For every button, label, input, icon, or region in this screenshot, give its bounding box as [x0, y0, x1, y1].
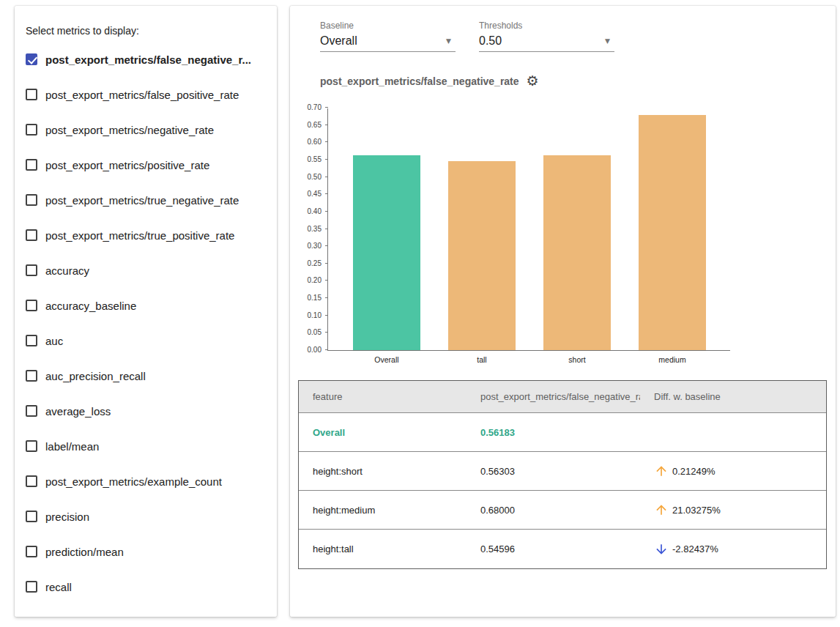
metric-checkbox[interactable] — [26, 229, 37, 241]
thresholds-dropdown-label: Thresholds — [479, 21, 614, 31]
baseline-dropdown-label: Baseline — [320, 21, 456, 31]
y-axis-tick-label: 0.50 — [288, 173, 321, 182]
y-axis-tick-mark — [325, 245, 328, 246]
table-header-feature: feature — [299, 391, 467, 402]
metric-item[interactable]: recall — [15, 569, 277, 604]
metric-value-cell: 0.54596 — [467, 543, 640, 554]
y-axis-tick-label: 0.05 — [288, 328, 321, 337]
metric-checkbox[interactable] — [26, 300, 37, 311]
arrow-down-icon — [654, 542, 669, 557]
y-axis-tick-mark — [325, 177, 328, 177]
metric-checkbox[interactable] — [26, 159, 37, 171]
y-axis-tick-mark — [325, 263, 328, 264]
x-axis-label: tall — [448, 355, 516, 364]
thresholds-dropdown[interactable]: Thresholds 0.50 ▼ — [479, 21, 614, 52]
metric-checkbox[interactable] — [26, 370, 37, 382]
y-axis-tick-mark — [325, 297, 328, 298]
feature-cell: height:tall — [299, 543, 467, 554]
metric-label: recall — [45, 581, 72, 593]
metric-item[interactable]: precision — [15, 499, 277, 534]
y-axis-tick-label: 0.45 — [288, 190, 321, 199]
table-row[interactable]: height:short0.563030.21249% — [299, 452, 826, 491]
metric-item[interactable]: accuracy_baseline — [15, 288, 277, 323]
metric-item[interactable]: post_export_metrics/positive_rate — [15, 147, 277, 182]
y-axis-tick-mark — [325, 315, 328, 316]
metric-label: average_loss — [45, 405, 111, 418]
chart-bar[interactable] — [639, 115, 706, 351]
table-row[interactable]: height:tall0.54596-2.82437% — [299, 530, 826, 568]
metric-item[interactable]: accuracy — [15, 253, 277, 288]
metric-label: post_export_metrics/example_count — [45, 475, 222, 488]
gear-icon[interactable]: ⚙ — [527, 74, 539, 88]
y-axis-tick-label: 0.55 — [288, 155, 321, 164]
metric-label: accuracy_baseline — [45, 300, 136, 312]
metric-checkbox[interactable] — [26, 335, 37, 346]
y-axis-tick-label: 0.60 — [288, 138, 321, 146]
diff-value: -2.82437% — [672, 543, 718, 554]
arrow-up-icon — [654, 502, 669, 517]
metric-item[interactable]: post_export_metrics/false_positive_rate — [15, 77, 277, 112]
y-axis-tick-mark — [325, 107, 328, 108]
y-axis-tick-label: 0.40 — [288, 207, 321, 216]
y-axis-tick-mark — [325, 229, 328, 229]
diff-cell: 0.21249% — [640, 464, 826, 478]
table-row[interactable]: height:medium0.6800021.03275% — [299, 491, 826, 530]
chart-bar[interactable] — [543, 155, 611, 350]
metric-label: auc_precision_recall — [45, 370, 146, 382]
metrics-table: feature post_export_metrics/false_negati… — [298, 380, 827, 569]
table-row[interactable]: Overall0.56183 — [299, 413, 826, 452]
metric-value-cell: 0.68000 — [467, 505, 640, 516]
controls-bar: Baseline Overall ▼ Thresholds 0.50 ▼ — [290, 6, 836, 52]
metric-label: precision — [45, 511, 89, 523]
metric-selector-panel: Select metrics to display: post_export_m… — [15, 6, 277, 617]
metrics-list: post_export_metrics/false_negative_r...p… — [15, 42, 277, 604]
table-header-metric: post_export_metrics/false_negative_rat..… — [467, 391, 640, 402]
metric-item[interactable]: post_export_metrics/false_negative_r... — [15, 42, 277, 77]
y-axis-tick-label: 0.15 — [288, 294, 321, 303]
y-axis-tick-label: 0.30 — [288, 242, 321, 251]
x-axis-label: medium — [639, 355, 706, 364]
metric-checkbox[interactable] — [26, 89, 37, 100]
metric-item[interactable]: post_export_metrics/true_positive_rate — [15, 218, 277, 253]
metric-item[interactable]: post_export_metrics/negative_rate — [15, 112, 277, 147]
y-axis-tick-label: 0.35 — [288, 225, 321, 234]
thresholds-dropdown-value: 0.50 — [479, 34, 502, 48]
metric-label: post_export_metrics/false_positive_rate — [45, 89, 239, 101]
chart-bar[interactable] — [353, 155, 420, 350]
diff-value: 21.03275% — [672, 505, 721, 516]
diff-cell: 21.03275% — [640, 502, 826, 517]
baseline-dropdown[interactable]: Baseline Overall ▼ — [320, 21, 456, 52]
metric-label: post_export_metrics/true_positive_rate — [45, 229, 234, 242]
metric-checkbox[interactable] — [26, 511, 37, 522]
chart-bar[interactable] — [448, 161, 516, 350]
metric-item[interactable]: label/mean — [15, 428, 277, 464]
metric-checkbox[interactable] — [26, 194, 37, 206]
metric-checkbox[interactable] — [26, 546, 37, 557]
x-axis-label: Overall — [353, 355, 420, 364]
chevron-down-icon[interactable]: ▼ — [446, 37, 451, 45]
chevron-down-icon[interactable]: ▼ — [605, 37, 610, 45]
metric-item[interactable]: prediction/mean — [15, 534, 277, 569]
metric-item[interactable]: average_loss — [15, 393, 277, 428]
metric-item[interactable]: post_export_metrics/true_negative_rate — [15, 182, 277, 218]
metric-checkbox[interactable] — [26, 264, 37, 276]
metric-label: label/mean — [45, 440, 99, 453]
metric-label: post_export_metrics/positive_rate — [45, 159, 209, 171]
metric-item[interactable]: auc — [15, 323, 277, 358]
metric-label: post_export_metrics/true_negative_rate — [45, 194, 239, 207]
metric-item[interactable]: auc_precision_recall — [15, 358, 277, 393]
metric-checkbox[interactable] — [26, 440, 37, 452]
y-axis-tick-mark — [325, 280, 328, 281]
metric-checkbox[interactable] — [26, 475, 37, 487]
y-axis-tick-label: 0.65 — [288, 121, 321, 130]
metric-label: auc — [45, 335, 63, 347]
y-axis-tick-label: 0.10 — [288, 311, 321, 320]
metric-checkbox[interactable] — [26, 124, 37, 136]
metric-checkbox[interactable] — [26, 53, 37, 65]
baseline-dropdown-value: Overall — [320, 34, 357, 48]
metric-checkbox[interactable] — [26, 405, 37, 417]
metric-checkbox[interactable] — [26, 581, 37, 593]
y-axis-tick-mark — [325, 193, 328, 194]
metric-item[interactable]: post_export_metrics/example_count — [15, 464, 277, 499]
diff-value: 0.21249% — [672, 466, 716, 477]
